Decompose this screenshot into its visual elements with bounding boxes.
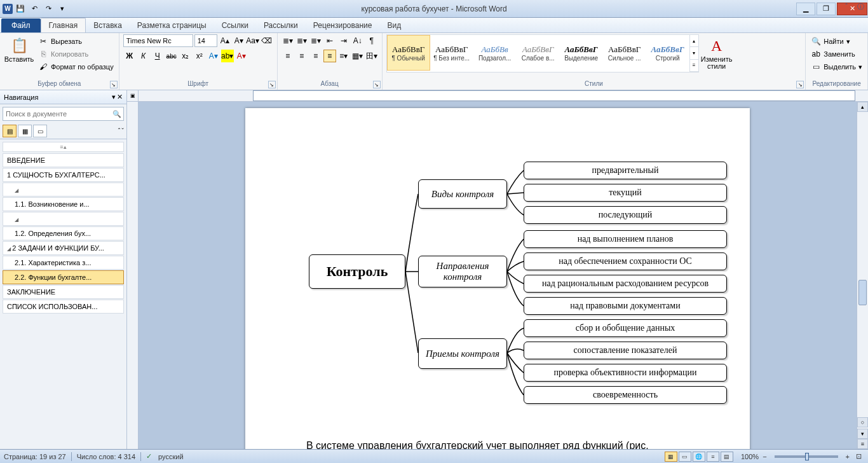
styles-dialog-launcher[interactable]: ↘	[796, 81, 804, 88]
font-color-button[interactable]: A▾	[235, 50, 248, 62]
show-marks-button[interactable]: ¶	[365, 34, 378, 47]
page[interactable]: Контроль Виды контроля Направления контр…	[245, 108, 750, 449]
nav-item[interactable]: 2 ЗАДАЧИ И ФУНКЦИИ БУ...	[3, 241, 124, 255]
view-outline[interactable]: ≡	[707, 452, 719, 462]
italic-button[interactable]: К	[137, 50, 150, 62]
style-subtle-emphasis[interactable]: АаБбВвГСлабое в...	[517, 35, 560, 71]
multilevel-button[interactable]: ≣▾	[309, 34, 322, 47]
style-strong[interactable]: АаБбВвГСтрогий	[646, 35, 689, 71]
align-right-button[interactable]: ≡	[309, 50, 322, 62]
tab-insert[interactable]: Вставка	[86, 18, 130, 32]
nav-item[interactable]	[3, 212, 124, 226]
view-draft[interactable]: ▤	[721, 452, 733, 462]
minimize-button[interactable]: ▁	[796, 3, 815, 15]
paragraph-dialog-launcher[interactable]: ↘	[373, 81, 381, 88]
zoom-slider[interactable]	[775, 455, 838, 458]
nav-next[interactable]: ˇ	[121, 127, 124, 135]
align-center-button[interactable]: ≡	[295, 50, 308, 62]
replace-button[interactable]: abЗаменить	[810, 48, 864, 60]
find-button[interactable]: 🔍Найти ▾	[810, 36, 864, 47]
nav-tab-results[interactable]: ▭	[33, 125, 47, 137]
tab-review[interactable]: Рецензирование	[306, 18, 380, 32]
view-print-layout[interactable]: ▦	[665, 452, 677, 462]
bullets-button[interactable]: ≣▾	[281, 34, 294, 47]
zoom-in[interactable]: +	[843, 453, 852, 460]
nav-search[interactable]: 🔍	[3, 107, 124, 121]
word-count[interactable]: Число слов: 4 314	[77, 453, 135, 460]
tab-layout[interactable]: Разметка страницы	[130, 18, 214, 32]
search-input[interactable]	[3, 110, 111, 118]
nav-expand[interactable]: ≡▴	[3, 142, 124, 152]
subscript-button[interactable]: x₂	[179, 50, 192, 62]
help-icon[interactable]: ⓘ	[855, 1, 865, 11]
nav-item[interactable]: ВВЕДЕНИЕ	[3, 153, 124, 167]
nav-item[interactable]: 1.1. Возникновение и...	[3, 197, 124, 211]
ruler-toggle[interactable]: ▣	[127, 90, 139, 101]
decrease-indent-button[interactable]: ⇤	[323, 34, 336, 47]
scroll-down[interactable]: ▾	[857, 429, 868, 439]
nav-item[interactable]: 1.2. Определения бух...	[3, 226, 124, 240]
font-dialog-launcher[interactable]: ↘	[268, 81, 276, 88]
clear-format-button[interactable]: ⌫	[261, 34, 273, 47]
align-left-button[interactable]: ≡	[281, 50, 294, 62]
tab-mailings[interactable]: Рассылки	[256, 18, 306, 32]
zoom-level[interactable]: 100%	[741, 453, 759, 460]
qat-customize[interactable]: ▾	[56, 3, 69, 15]
language-status[interactable]: русский	[158, 453, 183, 460]
maximize-button[interactable]: ❐	[817, 3, 836, 15]
line-spacing-button[interactable]: ≡▾	[337, 50, 350, 62]
nav-close-icon[interactable]: ✕	[117, 93, 123, 101]
change-case-button[interactable]: Aa▾	[247, 34, 259, 47]
zoom-out[interactable]: −	[760, 453, 769, 460]
clipboard-dialog-launcher[interactable]: ↘	[110, 81, 118, 88]
cut-button[interactable]: ✂Вырезать	[37, 36, 115, 47]
style-intense-emphasis[interactable]: АаБбВвГСильное ...	[603, 35, 646, 71]
select-button[interactable]: ▭Выделить ▾	[810, 61, 864, 73]
strike-button[interactable]: abc	[165, 50, 178, 62]
styles-scroll[interactable]: ▴▾≡	[689, 35, 698, 72]
change-styles-button[interactable]: A Изменить стили	[702, 34, 732, 70]
font-size-combo[interactable]: 14	[194, 34, 217, 47]
text-effects-button[interactable]: A▾	[207, 50, 220, 62]
tab-references[interactable]: Ссылки	[214, 18, 256, 32]
align-justify-button[interactable]: ≡	[323, 50, 336, 62]
grow-font-button[interactable]: A▴	[219, 34, 231, 47]
nav-item-selected[interactable]: 2.2. Функции бухгалте...	[3, 270, 124, 284]
split-button[interactable]: ○	[857, 417, 868, 427]
highlight-button[interactable]: ab▾	[221, 50, 234, 62]
bold-button[interactable]: Ж	[123, 50, 136, 62]
search-icon[interactable]: 🔍	[111, 110, 123, 118]
increase-indent-button[interactable]: ⇥	[337, 34, 350, 47]
format-painter-button[interactable]: 🖌Формат по образцу	[37, 61, 115, 73]
vertical-ruler[interactable]	[127, 102, 139, 449]
nav-dropdown[interactable]: ▾	[112, 93, 116, 101]
tab-file[interactable]: Файл	[1, 18, 41, 32]
ribbon-minimize[interactable]: ˆ	[841, 1, 851, 11]
view-full-screen[interactable]: ▭	[679, 452, 691, 462]
vertical-scrollbar[interactable]: ▴ ○ ▾ ≡	[857, 102, 868, 449]
scroll-up[interactable]: ▴	[857, 102, 868, 112]
sort-button[interactable]: A↓	[351, 34, 364, 47]
numbering-button[interactable]: ≣▾	[295, 34, 308, 47]
nav-tab-pages[interactable]: ▦	[18, 125, 32, 137]
scroll-thumb[interactable]	[858, 280, 867, 305]
view-web[interactable]: 🌐	[693, 452, 705, 462]
font-name-combo[interactable]: Times New Rc	[123, 34, 193, 47]
nav-item[interactable]: ЗАКЛЮЧЕНИЕ	[3, 285, 124, 299]
tab-view[interactable]: Вид	[379, 18, 409, 32]
tab-home[interactable]: Главная	[41, 18, 86, 32]
style-no-spacing[interactable]: АаБбВвГ¶ Без инте...	[430, 35, 473, 71]
horizontal-ruler[interactable]: ▣	[127, 90, 868, 102]
nav-item[interactable]	[3, 183, 124, 197]
paste-button[interactable]: 📋 Вставить	[4, 34, 34, 63]
qat-undo[interactable]: ↶	[28, 3, 41, 15]
superscript-button[interactable]: x²	[193, 50, 206, 62]
nav-item[interactable]: 2.1. Характеристика з...	[3, 256, 124, 270]
zoom-fit[interactable]: ⊡	[853, 452, 864, 460]
borders-button[interactable]: 田▾	[365, 50, 378, 62]
style-subtitle[interactable]: АаБбВвПодзагол...	[473, 35, 517, 71]
proofing-icon[interactable]: ✓	[146, 452, 152, 460]
qat-redo[interactable]: ↷	[42, 3, 55, 15]
qat-save[interactable]: 💾	[14, 3, 27, 15]
style-normal[interactable]: АаБбВвГ¶ Обычный	[387, 35, 430, 71]
